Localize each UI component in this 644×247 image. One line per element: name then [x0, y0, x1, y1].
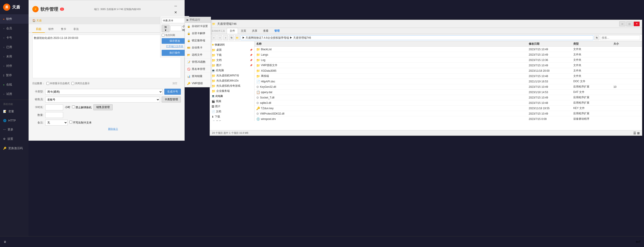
table-row[interactable]: 📋qqwry.dat 2023/1/18 14:53 DAT 文件 [254, 90, 642, 95]
table-row[interactable]: 📁Log 2023/7/15 13:36 文件夹 [254, 57, 642, 63]
card-type-mgr-button[interactable]: 卡类型管理 [162, 97, 181, 103]
nav-docs[interactable]: 📁 文档 📌 [210, 58, 254, 63]
sidebar-item-member[interactable]: ○ 会员 [0, 24, 28, 33]
table-row[interactable]: 🔑TZdun.key 2023/11/18 19:55 KEY 文件 [254, 106, 642, 111]
close-button[interactable]: ✕ [170, 9, 181, 16]
duration-input[interactable]: 168 [45, 105, 63, 110]
nav-pc-pictures[interactable]: 🖼 图片 [210, 104, 254, 109]
gen-card-button[interactable]: 生成卡号 [164, 89, 181, 95]
table-row[interactable]: 📄HttpAPI.doc 2021/1/19 16:53 DOC 文件 [254, 79, 642, 84]
open-file-folder-link[interactable]: 打开端口文件夹 [162, 45, 188, 48]
sidebar-item-used[interactable]: ○ 已用 [0, 43, 28, 52]
nav-vm-game[interactable]: 📁 光头虚拟机传奇游戏 [210, 83, 254, 88]
table-row[interactable]: ⚙KeyGen32.dll 2023/7/15 10:49 应用程序扩展 10 [254, 84, 642, 90]
file-tab-file[interactable]: 文件 [227, 28, 238, 34]
nav-vm-win10[interactable]: 📁 光头虚拟机Win10x [210, 78, 254, 83]
seller-mgr-button[interactable]: 销售员管理 [94, 104, 112, 110]
col-date[interactable]: 修改日期 [529, 42, 573, 46]
execute-button[interactable]: 执行操作 [162, 50, 188, 56]
popup-item-remote-file[interactable]: 📂 远程文件 [185, 51, 211, 59]
note-select[interactable]: 无 [45, 120, 68, 126]
nav-enterprise[interactable]: 📁 企业服务端 [210, 88, 254, 94]
file-close-button[interactable]: ✕ [634, 22, 640, 26]
sidebar-item-trial[interactable]: ○ 试用 [0, 89, 28, 99]
nav-pc-downloads[interactable]: ⬇ 下载 [210, 114, 254, 119]
nav-this-pc[interactable]: 💻 此电脑 [210, 68, 254, 73]
popup-item-manage-js[interactable]: 📝 管理JS函数 [185, 59, 211, 66]
nav-download[interactable]: 📁 下载 📌 [210, 53, 254, 58]
table-row[interactable]: 📁离线端 2023/7/15 10:48 文件夹 [254, 74, 642, 79]
file-tab-manage[interactable]: 管理 [272, 28, 282, 34]
close-log-checkbox[interactable] [71, 82, 74, 85]
sidebar-item-paused[interactable]: || 暂停 [0, 71, 28, 80]
nav-music[interactable]: 🎵 音乐 [210, 119, 254, 121]
file-refresh-button[interactable]: ↻ [229, 35, 234, 40]
duration-checkbox[interactable] [72, 105, 75, 108]
card-type-select[interactable]: 周卡(通用) [45, 89, 162, 95]
file-maximize-button[interactable]: □ [626, 22, 633, 26]
tab-software[interactable]: 软件 [45, 26, 57, 33]
sidebar-item-settings[interactable]: ⚙ 设置 [0, 134, 28, 144]
nav-pc-docs[interactable]: 📄 文档 [210, 109, 254, 114]
card-gen-quantity-input[interactable]: 1 [170, 26, 182, 31]
col-size[interactable]: 大小 [614, 42, 640, 46]
table-row[interactable]: 📁Langs 2023/7/15 10:49 文件夹 [254, 52, 642, 57]
file-address-refresh-button[interactable]: ↻ [594, 35, 599, 40]
file-minimize-button[interactable]: ─ [619, 22, 626, 26]
nav-vm-win7[interactable]: 📁 光头虚拟机WIN7传 [210, 73, 254, 78]
quantity-input[interactable]: 1 [45, 112, 63, 118]
tab-log[interactable]: 日志 [32, 26, 45, 33]
file-address-path[interactable]: ▶ 天盾网络验证7.4.6企业授权版带母端 ▶ 天盾管理端746 [240, 35, 594, 40]
col-type[interactable]: 类型 [573, 42, 614, 46]
popup-item-query-quantity[interactable]: 📊 查询销量 [185, 73, 211, 80]
seller-select[interactable]: 老板号 [45, 97, 160, 103]
popup-item-blacklist[interactable]: 🚫 黑名单管理 [185, 66, 211, 73]
delete-note-link[interactable]: 删除备注 [45, 127, 181, 131]
file-up-button[interactable]: ↑ [223, 35, 228, 40]
file-tab-view[interactable]: 查看 [260, 28, 272, 34]
popup-item-auto-seal[interactable]: 🔒 自动封卡设置 [185, 23, 211, 30]
table-row[interactable]: ⚙VMProtectSDK32.dll 2023/7/15 10:49 应用程序… [254, 111, 642, 116]
table-row[interactable]: 📁BlackList 2023/7/15 10:49 文件夹 [254, 47, 642, 52]
popup-item-auto-sell[interactable]: 🎫 自动售卡 [185, 44, 211, 51]
table-row[interactable]: 💿winspool.drv 2023/7/15 0:09 设备驱动程序 [254, 116, 642, 121]
external-log-checkbox[interactable] [46, 82, 49, 85]
tab-illegal[interactable]: 非法 [70, 26, 82, 33]
sidebar-item-unused[interactable]: ○ 未用 [0, 52, 28, 61]
table-row[interactable]: ⚙Socket_T.dll 2023/7/15 10:49 应用程序扩展 [254, 95, 642, 100]
table-row[interactable]: 📁XGData3085 2023/11/18 20:00 文件夹 [254, 68, 642, 74]
view-list-button[interactable]: ☰ [633, 131, 636, 135]
sw-log-area[interactable]: 数据初始化成功 2023-11-18 20:00:03 [32, 35, 181, 78]
table-row[interactable]: 📁VMP授权文件 2023/7/15 10:49 文件夹 [254, 63, 642, 68]
taskbar-item-software[interactable]: 🖥 [0, 236, 10, 247]
view-grid-button[interactable]: ⊞ [637, 131, 640, 135]
tab-sell-card[interactable]: 售卡 [57, 26, 70, 33]
save-changes-button[interactable]: 保存更改 [162, 38, 188, 44]
table-row[interactable]: ⚙sqlite3.dll 2023/7/15 10:48 应用程序扩展 [254, 100, 642, 106]
file-folder-icon-btn[interactable]: 📁 [235, 35, 240, 40]
popup-item-vmp-auth[interactable]: 🔑 VMP授权 [185, 80, 211, 87]
minimize-button[interactable]: ─ [170, 3, 181, 9]
clear-log-button[interactable]: 清空 [169, 81, 181, 86]
file-forward-button[interactable]: → [218, 35, 222, 40]
sidebar-item-online[interactable]: ● 在线 [0, 80, 28, 89]
card-gen-type-select[interactable]: 卡类:月卡 [162, 18, 188, 23]
nav-pictures[interactable]: 📁 图片 📌 [210, 63, 254, 68]
sidebar-item-more[interactable]: ⋯ 更多 [0, 125, 28, 134]
file-back-button[interactable]: ← [212, 35, 216, 40]
sidebar-item-software[interactable]: ● 软件 [0, 14, 28, 24]
sidebar-item-card[interactable]: ○ 卡号 [0, 33, 28, 43]
sidebar-item-variable[interactable]: 📝 变量 [0, 107, 28, 116]
sidebar-item-blocked[interactable]: ○ 封停 [0, 61, 28, 71]
popup-item-unseal[interactable]: 🔓 全部卡解绑 [185, 30, 211, 37]
nav-desktop[interactable]: 📁 桌面 📌 [210, 47, 254, 53]
note-checkbox[interactable] [69, 121, 72, 124]
add-button[interactable]: 加▼ [162, 25, 170, 32]
col-name[interactable]: 名称 [256, 42, 529, 46]
nav-videos[interactable]: 🎬 视频 [210, 99, 254, 104]
popup-item-lock-service[interactable]: 🔒 锁定服务端 [185, 37, 211, 44]
file-search-input[interactable] [600, 35, 640, 40]
sidebar-item-activate[interactable]: 🔑 更换激活码 [0, 144, 28, 153]
file-tab-home[interactable]: 主页 [238, 28, 249, 34]
sidebar-item-http[interactable]: 🌐 HTTP [0, 116, 28, 125]
